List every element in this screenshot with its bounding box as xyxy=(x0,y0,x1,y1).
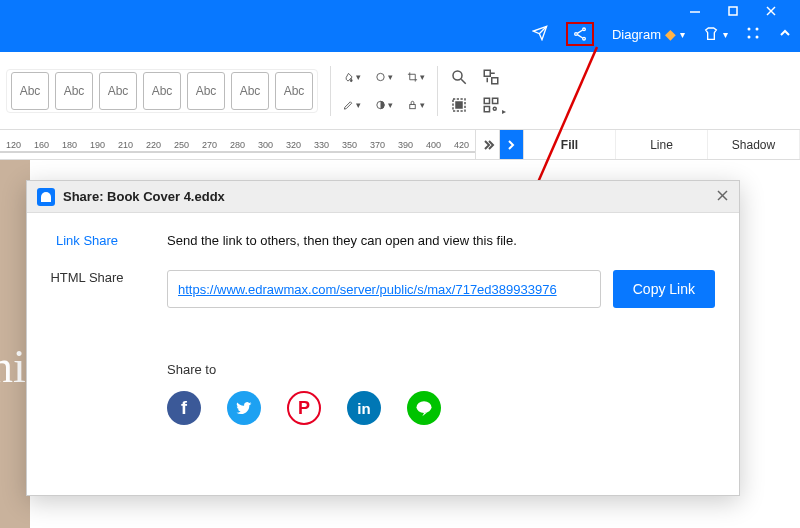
share-to-label: Share to xyxy=(167,362,715,377)
crop-icon[interactable]: ▾ xyxy=(407,68,425,86)
ruler-tabs-row: 120 160 180 190 210 220 250 270 280 300 … xyxy=(0,130,800,160)
svg-point-47 xyxy=(417,401,432,413)
window-controls xyxy=(688,0,800,22)
close-button[interactable] xyxy=(764,4,778,18)
replace-icon[interactable] xyxy=(482,68,500,86)
expand-panel-button[interactable] xyxy=(500,130,524,159)
text-style-preset[interactable]: Abc xyxy=(187,72,225,110)
svg-text:280: 280 xyxy=(230,140,245,150)
dialog-close-button[interactable] xyxy=(716,189,729,205)
linkedin-icon[interactable]: in xyxy=(347,391,381,425)
property-tabs: Fill Line Shadow xyxy=(524,130,800,159)
copy-link-button[interactable]: Copy Link xyxy=(613,270,715,308)
layout-icon[interactable]: ▸ xyxy=(482,96,500,114)
share-dialog: Share: Book Cover 4.eddx Link Share HTML… xyxy=(26,180,740,496)
toolbar: Abc Abc Abc Abc Abc Abc Abc ▾ ▾ ▾ ▾ xyxy=(0,52,800,130)
line-icon[interactable] xyxy=(407,391,441,425)
svg-text:390: 390 xyxy=(398,140,413,150)
text-style-group: Abc Abc Abc Abc Abc Abc Abc xyxy=(6,69,318,113)
text-style-preset[interactable]: Abc xyxy=(143,72,181,110)
chevron-down-icon: ▾ xyxy=(680,29,685,40)
svg-text:180: 180 xyxy=(62,140,77,150)
svg-text:370: 370 xyxy=(370,140,385,150)
svg-point-5 xyxy=(575,33,578,36)
svg-rect-15 xyxy=(410,104,416,108)
collapse-icon[interactable] xyxy=(778,26,792,43)
title-bar: Diagram ◆ ▾ ▾ xyxy=(0,0,800,52)
diagram-label: Diagram xyxy=(612,27,661,42)
share-icon[interactable] xyxy=(566,22,594,46)
top-menu: Diagram ◆ ▾ ▾ xyxy=(532,22,792,46)
svg-text:350: 350 xyxy=(342,140,357,150)
twitter-icon[interactable] xyxy=(227,391,261,425)
scroll-right-button[interactable] xyxy=(476,130,500,159)
svg-point-6 xyxy=(583,37,586,40)
select-icon[interactable] xyxy=(450,96,468,114)
svg-text:420: 420 xyxy=(454,140,469,150)
diamond-icon: ◆ xyxy=(665,26,676,42)
sidebar-item-link-share[interactable]: Link Share xyxy=(56,233,118,248)
tab-fill[interactable]: Fill xyxy=(524,130,616,159)
apps-icon[interactable] xyxy=(746,26,760,43)
text-style-preset[interactable]: Abc xyxy=(275,72,313,110)
diagram-menu[interactable]: Diagram ◆ ▾ xyxy=(612,26,685,42)
svg-rect-19 xyxy=(492,77,498,83)
svg-text:320: 320 xyxy=(286,140,301,150)
svg-text:250: 250 xyxy=(174,140,189,150)
text-style-preset[interactable]: Abc xyxy=(55,72,93,110)
book-cover-text: ni xyxy=(0,340,26,393)
svg-point-25 xyxy=(493,107,496,110)
dialog-body: Link Share HTML Share Send the link to o… xyxy=(27,213,739,495)
svg-text:160: 160 xyxy=(34,140,49,150)
share-link-field[interactable]: https://www.edrawmax.com/server/public/s… xyxy=(167,270,601,308)
app-logo-icon xyxy=(37,188,55,206)
link-row: https://www.edrawmax.com/server/public/s… xyxy=(167,270,715,308)
svg-rect-18 xyxy=(484,70,490,76)
sidebar-item-html-share[interactable]: HTML Share xyxy=(50,270,123,285)
view-tools: ▸ xyxy=(450,68,500,114)
svg-line-17 xyxy=(461,79,466,84)
dialog-title: Share: Book Cover 4.eddx xyxy=(63,189,225,204)
svg-point-13 xyxy=(377,73,384,80)
svg-point-12 xyxy=(756,35,759,38)
svg-point-11 xyxy=(748,35,751,38)
svg-text:220: 220 xyxy=(146,140,161,150)
bucket-icon[interactable]: ▾ xyxy=(343,68,361,86)
opacity-icon[interactable]: ▾ xyxy=(375,96,393,114)
ruler: 120 160 180 190 210 220 250 270 280 300 … xyxy=(0,130,476,159)
help-text: Send the link to others, then they can o… xyxy=(167,233,715,248)
text-style-preset[interactable]: Abc xyxy=(99,72,137,110)
svg-rect-21 xyxy=(456,102,462,108)
divider xyxy=(437,66,438,116)
chevron-down-icon: ▾ xyxy=(723,29,728,40)
text-style-preset[interactable]: Abc xyxy=(231,72,269,110)
pen-icon[interactable]: ▾ xyxy=(343,96,361,114)
fill-tools: ▾ ▾ ▾ ▾ ▾ ▾ xyxy=(343,68,425,114)
svg-text:210: 210 xyxy=(118,140,133,150)
svg-text:270: 270 xyxy=(202,140,217,150)
lock-icon[interactable]: ▾ xyxy=(407,96,425,114)
search-icon[interactable] xyxy=(450,68,468,86)
svg-point-10 xyxy=(756,27,759,30)
tab-line[interactable]: Line xyxy=(616,130,708,159)
svg-text:330: 330 xyxy=(314,140,329,150)
svg-rect-23 xyxy=(493,98,498,103)
minimize-button[interactable] xyxy=(688,4,702,18)
tab-shadow[interactable]: Shadow xyxy=(708,130,800,159)
maximize-button[interactable] xyxy=(726,4,740,18)
tshirt-menu[interactable]: ▾ xyxy=(703,26,728,42)
svg-text:120: 120 xyxy=(6,140,21,150)
pinterest-icon[interactable]: P xyxy=(287,391,321,425)
svg-point-4 xyxy=(583,28,586,31)
dialog-header: Share: Book Cover 4.eddx xyxy=(27,181,739,213)
send-icon[interactable] xyxy=(532,25,548,44)
svg-text:190: 190 xyxy=(90,140,105,150)
svg-line-7 xyxy=(577,30,582,33)
shape-icon[interactable]: ▾ xyxy=(375,68,393,86)
text-style-preset[interactable]: Abc xyxy=(11,72,49,110)
facebook-icon[interactable]: f xyxy=(167,391,201,425)
svg-point-16 xyxy=(453,71,462,80)
dialog-main: Send the link to others, then they can o… xyxy=(147,213,739,495)
svg-point-9 xyxy=(748,27,751,30)
svg-rect-24 xyxy=(484,106,489,111)
